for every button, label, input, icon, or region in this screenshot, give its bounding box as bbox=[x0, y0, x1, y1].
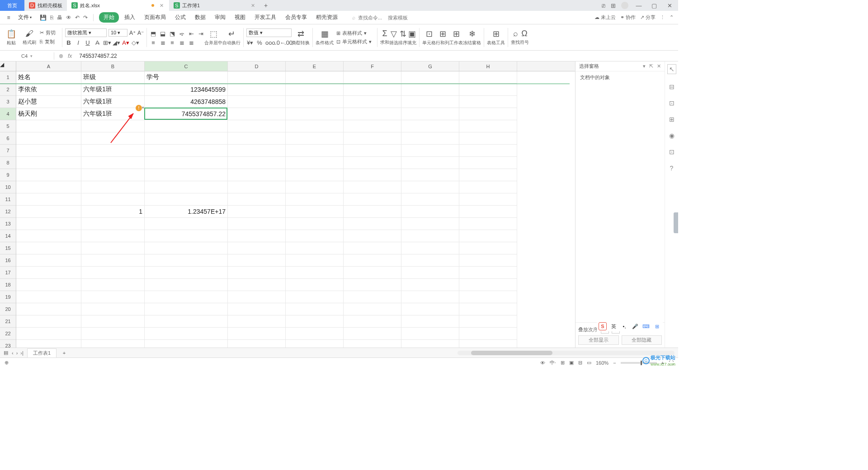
user-avatar-icon[interactable] bbox=[621, 2, 628, 9]
cell[interactable] bbox=[344, 315, 401, 328]
zoom-value[interactable]: 160% bbox=[596, 360, 609, 366]
cell[interactable] bbox=[344, 242, 401, 254]
status-icon[interactable]: ⊕ bbox=[5, 360, 9, 366]
cell[interactable] bbox=[145, 340, 228, 348]
font-size-select[interactable]: 10 ▾ bbox=[108, 29, 127, 37]
cell[interactable] bbox=[81, 315, 145, 328]
cell[interactable] bbox=[16, 193, 81, 206]
align-bottom-icon[interactable]: ⬔ bbox=[169, 30, 176, 37]
cell[interactable] bbox=[286, 340, 344, 348]
cell[interactable] bbox=[401, 242, 459, 254]
side-handle[interactable] bbox=[674, 212, 678, 233]
search-template-input[interactable] bbox=[388, 15, 415, 20]
fill-button[interactable]: ▣填充 bbox=[407, 29, 416, 46]
cell[interactable] bbox=[145, 157, 228, 169]
tab-template[interactable]: D 找稻壳模板 bbox=[24, 0, 67, 11]
cell[interactable] bbox=[401, 230, 459, 242]
row-header-3[interactable]: 3 bbox=[0, 96, 16, 108]
increase-font-icon[interactable]: A⁺ bbox=[129, 30, 136, 36]
align-top-icon[interactable]: ⬒ bbox=[150, 30, 157, 37]
align-left-icon[interactable]: ≡ bbox=[150, 39, 157, 46]
cell[interactable] bbox=[16, 291, 81, 303]
cell[interactable] bbox=[459, 71, 517, 84]
cell[interactable] bbox=[228, 71, 286, 84]
cell[interactable] bbox=[401, 328, 459, 340]
select-all-corner[interactable]: ◢ bbox=[0, 61, 16, 71]
cell[interactable]: 班级 bbox=[81, 71, 145, 84]
cell[interactable] bbox=[344, 230, 401, 242]
ime-punct-icon[interactable]: •, bbox=[620, 322, 628, 330]
cell[interactable] bbox=[145, 328, 228, 340]
cell[interactable] bbox=[459, 206, 517, 218]
print-icon[interactable]: 🖶 bbox=[57, 14, 62, 21]
cell[interactable] bbox=[344, 132, 401, 145]
align-center-icon[interactable]: ≣ bbox=[159, 39, 166, 46]
row-header-12[interactable]: 12 bbox=[0, 206, 16, 218]
cell[interactable] bbox=[228, 328, 286, 340]
merge-center-button[interactable]: ⬚合并居中 bbox=[204, 29, 222, 46]
cell[interactable]: 姓名 bbox=[16, 71, 81, 84]
row-header-4[interactable]: 4 bbox=[0, 108, 16, 120]
cell[interactable] bbox=[401, 169, 459, 181]
cell[interactable] bbox=[16, 120, 81, 132]
orientation-icon[interactable]: ⤽ bbox=[178, 30, 185, 37]
collapse-ribbon-icon[interactable]: ⋮ bbox=[660, 14, 665, 20]
close-icon[interactable]: ✕ bbox=[158, 2, 165, 9]
cell[interactable] bbox=[81, 340, 145, 348]
cell[interactable] bbox=[401, 254, 459, 267]
find-button[interactable]: ⌕查找 bbox=[511, 29, 520, 46]
row-header-18[interactable]: 18 bbox=[0, 279, 16, 291]
cell[interactable] bbox=[344, 254, 401, 267]
menu-tab-insert[interactable]: 插入 bbox=[121, 12, 139, 23]
col-header-C[interactable]: C bbox=[145, 61, 228, 71]
sheet-prev-icon[interactable]: ‹ bbox=[12, 350, 14, 356]
cell[interactable] bbox=[459, 303, 517, 315]
cell[interactable] bbox=[145, 181, 228, 193]
cell[interactable] bbox=[81, 254, 145, 267]
italic-button[interactable]: I bbox=[75, 39, 82, 46]
menu-tab-dev[interactable]: 开发工具 bbox=[251, 12, 280, 23]
row-header-1[interactable]: 1 bbox=[0, 71, 16, 84]
ime-settings-icon[interactable]: ⊞ bbox=[653, 322, 661, 330]
tab-file-2[interactable]: S 工作簿1 ✕ bbox=[169, 0, 260, 11]
cell[interactable] bbox=[459, 242, 517, 254]
cell[interactable] bbox=[81, 291, 145, 303]
cell[interactable] bbox=[459, 328, 517, 340]
cut-button[interactable]: ✂ 剪切 bbox=[40, 29, 56, 37]
cell[interactable] bbox=[228, 132, 286, 145]
view-page-icon[interactable]: ▣ bbox=[569, 360, 574, 366]
cell[interactable] bbox=[286, 108, 344, 120]
cell[interactable] bbox=[145, 230, 228, 242]
cell[interactable] bbox=[401, 315, 459, 328]
bold-button[interactable]: B bbox=[65, 39, 72, 46]
cell[interactable] bbox=[228, 108, 286, 120]
menu-tab-layout[interactable]: 页面布局 bbox=[141, 12, 170, 23]
cell[interactable] bbox=[145, 242, 228, 254]
comma-icon[interactable]: ooo bbox=[265, 39, 273, 46]
minimize-button[interactable]: — bbox=[634, 2, 644, 9]
cell[interactable] bbox=[401, 96, 459, 108]
cell[interactable] bbox=[401, 84, 459, 96]
row-header-22[interactable]: 22 bbox=[0, 328, 16, 340]
col-header-E[interactable]: E bbox=[286, 61, 344, 71]
cell[interactable] bbox=[16, 242, 81, 254]
row-header-7[interactable]: 7 bbox=[0, 145, 16, 157]
row-header-19[interactable]: 19 bbox=[0, 291, 16, 303]
cell[interactable] bbox=[228, 169, 286, 181]
row-header-15[interactable]: 15 bbox=[0, 242, 16, 254]
cell[interactable] bbox=[16, 303, 81, 315]
cell[interactable] bbox=[145, 279, 228, 291]
row-header-8[interactable]: 8 bbox=[0, 157, 16, 169]
row-header-9[interactable]: 9 bbox=[0, 169, 16, 181]
cell[interactable] bbox=[228, 340, 286, 348]
cell[interactable] bbox=[145, 267, 228, 279]
cell[interactable] bbox=[16, 206, 81, 218]
cancel-fx-icon[interactable]: ⊗ bbox=[59, 53, 63, 59]
cell[interactable] bbox=[344, 71, 401, 84]
cell[interactable] bbox=[228, 230, 286, 242]
cell[interactable] bbox=[228, 181, 286, 193]
type-convert-button[interactable]: ⇄类型转换 bbox=[292, 29, 310, 46]
menu-tab-formula[interactable]: 公式 bbox=[171, 12, 189, 23]
cell[interactable] bbox=[81, 242, 145, 254]
percent-icon[interactable]: % bbox=[256, 39, 263, 46]
